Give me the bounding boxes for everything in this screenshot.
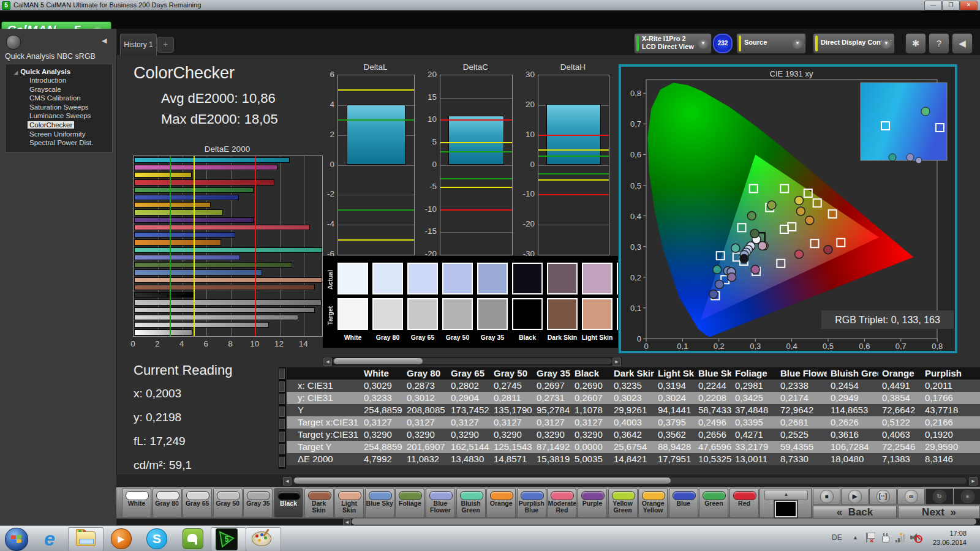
chevron-down-icon[interactable]: ▼ [881,38,892,49]
patch-button-green[interactable]: Green [699,488,728,518]
patch-button-red[interactable]: Red [729,488,759,518]
sidebar-item-screen-uniformity[interactable]: Screen Uniformity [28,130,112,139]
play-button[interactable]: ▶ [841,489,869,504]
table-cell: 0,3233 [360,392,403,404]
chart-title: DeltaL [325,62,426,72]
language-indicator[interactable]: DE [832,533,842,542]
sidebar-item-grayscale[interactable]: Grayscale [28,85,112,94]
actual-swatch-gray-50 [442,263,473,294]
table-cell: 0,3127 [571,416,610,429]
scroll-right-icon[interactable]: ▶ [612,358,621,366]
deltae-bar-light-skin [134,277,322,283]
media-player-icon[interactable]: ▶ [111,528,132,549]
patch-button-bluish-green[interactable]: Bluish Green [456,488,486,518]
scroll-left-icon[interactable]: ◀ [283,477,292,485]
table-cell: 0,3290 [533,429,571,441]
limit-line [440,142,512,143]
settings-gear-icon[interactable]: ✱ [905,33,926,54]
windows-explorer-icon[interactable] [76,531,96,546]
gridline [338,195,414,195]
patch-button-label: Dark Skin [305,500,333,514]
add-tab-button[interactable]: + [157,37,174,53]
table-cell: 10,5325 [695,453,731,465]
sidebar-collapse-icon[interactable]: ◀ [102,37,107,45]
table-cell: 0,2454 [827,380,878,392]
column-header: Gray 65 [447,367,490,380]
patch-button-purple[interactable]: Purple [578,488,607,518]
patch-button-gray-35[interactable]: Gray 35 [243,488,273,518]
patch-button-white[interactable]: White [122,488,151,518]
tree-root[interactable]: ◢Quick Analysis [14,68,112,75]
table-cell: 0,4491 [878,380,921,392]
patch-button-blue[interactable]: Blue [669,488,698,518]
table-cell: 29,9261 [610,404,654,416]
meter-dropdown[interactable]: X-Rite i1Pro 2LCD Direct View ▼ [634,33,712,54]
paint-icon[interactable] [251,529,273,547]
internet-explorer-icon[interactable]: e [38,527,61,550]
table-scrollbar[interactable]: ◀ [116,519,980,525]
actual-swatch-gray-65 [407,263,438,294]
patch-button-moderate-red[interactable]: Moderate Red [547,488,576,518]
deltae-bar-yellow [134,172,192,178]
restore-button[interactable]: ❐ [942,1,960,10]
patch-button-blue-sky[interactable]: Blue Sky [365,488,394,518]
close-button[interactable]: ✕ [960,1,978,10]
evernote-icon[interactable] [183,528,203,549]
patch-button-dark-skin[interactable]: Dark Skin [304,488,334,518]
tab-history[interactable]: History 1 [120,34,157,56]
sidebar-item-luminance-sweeps[interactable]: Luminance Sweeps [28,111,112,121]
scroll-left-icon[interactable]: ◀ [323,358,332,366]
display-control-dropdown[interactable]: Direct Display Control ▼ [813,33,895,54]
measure-continuous-button[interactable]: ∞ [897,489,925,504]
help-icon[interactable]: ? [929,33,949,54]
chevron-down-icon[interactable]: ▼ [792,38,803,49]
refresh-button[interactable]: ↻ [925,489,953,504]
measured-point-light-skin [758,242,767,250]
back-button[interactable]: « Back [813,506,897,519]
source-dropdown[interactable]: Source ▼ [736,33,806,54]
y-tick-label: 30 [510,70,535,79]
scrollbar-thumb[interactable] [334,358,423,364]
scrollbar-thumb[interactable] [294,478,671,484]
tree-expand-icon[interactable]: ◢ [14,70,18,75]
record-button[interactable]: ● [954,489,980,504]
measured-point-cyan [713,265,722,274]
collapse-up-icon[interactable]: ▲ [764,490,808,500]
swatch-scrollbar[interactable]: ◀ ▶ [323,357,622,365]
sidebar-item-saturation-sweeps[interactable]: Saturation Sweeps [28,103,112,112]
stop-button[interactable]: ■ [813,489,840,504]
patch-button-purplish-blue[interactable]: Purplish Blue [517,488,546,518]
minimize-button[interactable]: — [924,1,942,10]
patch-button-blue-flower[interactable]: Blue Flower [426,488,455,518]
patch-color-pill [733,491,756,500]
scroll-right-icon[interactable]: ▶ [969,477,978,485]
sidebar-item-cms-calibration[interactable]: CMS Calibration [28,94,112,103]
next-button[interactable]: Next » [898,506,980,519]
patch-button-orange[interactable]: Orange [486,488,516,518]
patch-color-pill [460,491,483,500]
patch-button-black[interactable]: Black [274,488,303,518]
sidebar-knob-button[interactable] [6,35,21,50]
reading-x: x: 0,2003 [134,387,232,400]
measure-once-button[interactable]: [··] [869,489,897,504]
patch-button-gray-80[interactable]: Gray 80 [153,488,182,518]
panel-collapse-icon[interactable]: ◀ [952,33,973,54]
sidebar-item-spectral-power-dist-[interactable]: Spectral Power Dist. [28,138,112,148]
sidebar-item-colorchecker[interactable]: ColorChecker [28,121,112,130]
skype-icon[interactable]: S [146,528,167,549]
tray-clock[interactable]: 17:08 23.06.2014 [933,529,967,547]
patch-button-yellow-green[interactable]: Yellow Green [608,488,638,518]
hidden-icons-arrow-icon[interactable]: ▲ [853,534,858,541]
patch-button-light-skin[interactable]: Light Skin [334,488,364,518]
chevron-down-icon[interactable]: ▼ [698,38,709,49]
patch-button-gray-50[interactable]: Gray 50 [213,488,243,518]
calman-taskbar-icon[interactable]: 5 [216,528,238,550]
patch-button-gray-65[interactable]: Gray 65 [183,488,212,518]
start-button-icon[interactable] [5,528,28,551]
patch-button-foliage[interactable]: Foliage [395,488,424,518]
table-cell: 0,3290 [447,429,490,441]
table-cell: 0,0000 [571,441,610,453]
patch-button-orange-yellow[interactable]: Orange Yellow [638,488,668,518]
table-cell: 0,3290 [571,429,610,441]
sidebar-item-introduction[interactable]: Introduction [28,76,112,85]
